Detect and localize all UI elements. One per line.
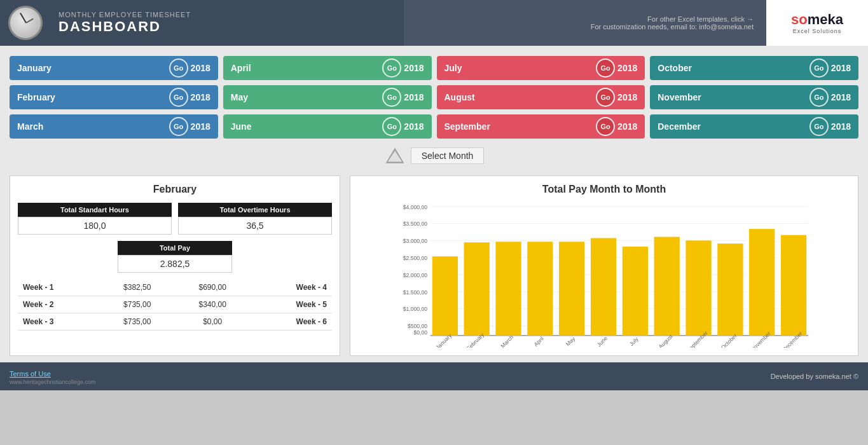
select-month-button[interactable]: Select Month [411,147,485,164]
table-row: Week - 2 $735,00 $340,00 Week - 5 [18,296,332,313]
weeks-table: Week - 1 $382,50 $690,00 Week - 4 Week -… [18,279,332,331]
month-year-september: 2018 [617,121,645,132]
week-1-amount1: $382,50 [100,279,175,296]
bar-october [717,243,743,336]
go-btn-october[interactable]: Go [809,58,829,78]
month-btn-august[interactable]: August Go 2018 [437,85,645,109]
month-year-january: 2018 [191,63,218,73]
bar-march [495,242,521,336]
month-year-december: 2018 [831,121,858,132]
panel-title: February [18,184,332,195]
week-2-label: Week - 2 [18,296,100,313]
bar-january [432,256,458,336]
bar-november [749,229,775,336]
bar-september [685,240,711,335]
bar-june [591,238,616,336]
excel-link-text: For other Excel templates, click → [647,15,754,23]
total-pay-label: Total Pay [118,241,232,255]
go-btn-february[interactable]: Go [169,88,188,107]
month-btn-april[interactable]: April Go 2018 [223,56,432,80]
go-btn-may[interactable]: Go [382,88,401,107]
week-3-amount1: $735,00 [100,313,175,331]
svg-text:$3.500,00: $3.500,00 [403,221,428,227]
bar-july [623,247,648,336]
month-btn-december[interactable]: December Go 2018 [650,114,858,139]
bar-may [559,242,584,336]
week-2-amount1: $735,00 [100,296,175,313]
bottom-section: February Total Standart Hours 180,0 Tota… [10,175,858,362]
month-btn-october[interactable]: October Go 2018 [650,56,858,80]
table-row: Week - 3 $735,00 $0,00 Week - 6 [18,313,332,331]
month-year-april: 2018 [404,63,431,73]
chart-area: $4.000,00 $3.500,00 $3.000,00 $2.500,00 … [358,202,850,348]
month-name-february: February [10,92,167,102]
go-btn-april[interactable]: Go [382,58,401,78]
month-year-june: 2018 [404,121,431,132]
month-year-may: 2018 [404,92,431,102]
go-btn-january[interactable]: Go [169,58,188,78]
svg-text:$2.500,00: $2.500,00 [403,255,428,261]
chart-svg: $4.000,00 $3.500,00 $3.000,00 $2.500,00 … [358,202,850,348]
email-text: For customization needs, email to: info@… [591,23,754,31]
svg-text:$4.000,00: $4.000,00 [403,204,428,210]
month-btn-january[interactable]: January Go 2018 [10,56,218,80]
clock-logo [8,6,43,40]
month-name-january: January [10,63,167,73]
app-subtitle: MONTHLY EMPLOYEE TIMESHEET [59,11,396,18]
bar-august [654,237,680,336]
week-4-label: Week - 4 [250,279,332,296]
month-name-april: April [223,63,380,73]
month-btn-june[interactable]: June Go 2018 [223,114,432,139]
month-btn-may[interactable]: May Go 2018 [223,85,432,109]
month-year-october: 2018 [831,63,858,73]
svg-text:May: May [565,335,577,347]
go-btn-august[interactable]: Go [596,88,615,107]
svg-text:$1.000,00: $1.000,00 [403,306,428,313]
select-month-area: Select Month [10,145,858,167]
header-title-area: MONTHLY EMPLOYEE TIMESHEET DASHBOARD [51,0,404,46]
go-btn-june[interactable]: Go [382,117,401,136]
month-year-november: 2018 [831,92,858,102]
go-btn-december[interactable]: Go [809,117,829,136]
standard-hours-value: 180,0 [18,217,172,235]
month-btn-november[interactable]: November Go 2018 [650,85,858,109]
month-name-july: July [437,63,594,73]
app-footer: Terms of Use www.heritagechristiancolleg… [0,362,868,390]
svg-text:$500,00: $500,00 [408,323,427,329]
terms-of-use-link[interactable]: Terms of Use [10,370,51,378]
brand-name-o: o [799,11,807,27]
month-btn-july[interactable]: July Go 2018 [437,56,645,80]
go-btn-july[interactable]: Go [596,58,615,78]
month-year-july: 2018 [617,63,645,73]
month-year-march: 2018 [191,121,218,132]
app-title: DASHBOARD [59,18,396,35]
month-name-may: May [223,92,380,102]
month-year-august: 2018 [617,92,645,102]
month-btn-march[interactable]: March Go 2018 [10,114,218,139]
overtime-hours-label: Total Overtime Hours [178,203,332,217]
bar-february [464,242,490,336]
month-name-december: December [650,121,807,132]
table-row: Week - 1 $382,50 $690,00 Week - 4 [18,279,332,296]
overtime-hours-value: 36,5 [178,217,332,235]
month-name-june: June [223,121,380,132]
go-btn-march[interactable]: Go [169,117,188,136]
standard-hours-label: Total Standart Hours [18,203,172,217]
total-pay-section: Total Pay 2.882,5 [18,241,332,273]
week-5-label: Week - 5 [250,296,332,313]
header-links: For other Excel templates, click → For c… [404,0,767,46]
select-month-arrow-icon [384,145,406,167]
go-btn-september[interactable]: Go [596,117,615,136]
brand-name: someka [791,11,843,28]
go-btn-november[interactable]: Go [809,88,829,107]
svg-text:July: July [628,336,640,347]
brand-logo: someka Excel Solutions [766,0,868,46]
clock-hand-hour [26,18,34,24]
month-btn-september[interactable]: September Go 2018 [437,114,645,139]
month-btn-february[interactable]: February Go 2018 [10,85,218,109]
footer-left: Terms of Use www.heritagechristiancolleg… [10,367,96,385]
footer-url: www.heritagechristiancollege.com [10,379,96,385]
month-name-august: August [437,92,594,102]
stats-row: Total Standart Hours 180,0 Total Overtim… [18,203,332,235]
month-name-september: September [437,121,594,132]
